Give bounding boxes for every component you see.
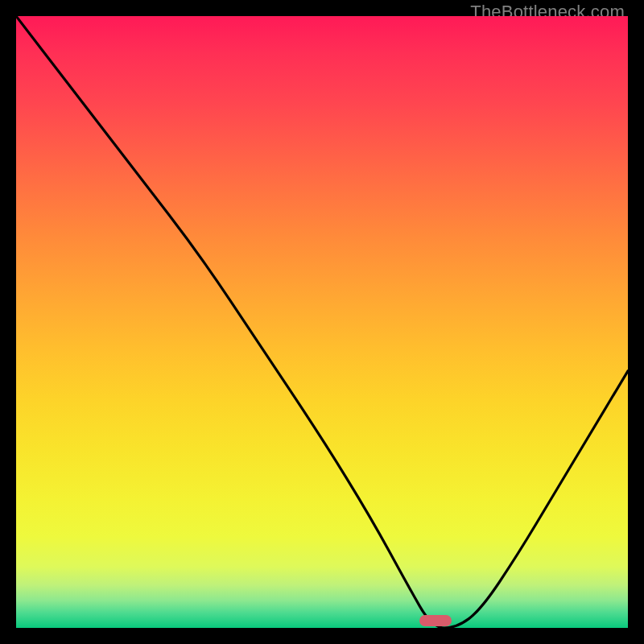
- bottleneck-curve-svg: [16, 16, 628, 628]
- chart-frame: [16, 16, 628, 628]
- bottleneck-curve-path: [16, 16, 628, 628]
- optimal-marker: [419, 615, 452, 626]
